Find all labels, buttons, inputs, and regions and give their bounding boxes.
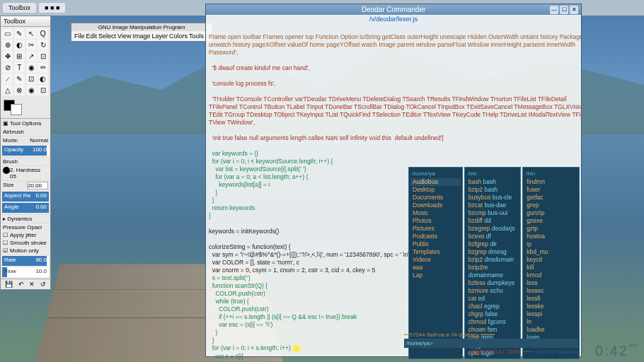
bg-color[interactable]: [11, 104, 22, 115]
file-item[interactable]: gzip: [524, 225, 577, 233]
flow-slider[interactable]: Flow10.0: [2, 267, 49, 277]
tool-button[interactable]: ▭: [2, 28, 13, 39]
file-item[interactable]: bzip2re domainname: [466, 264, 519, 279]
file-item[interactable]: bzdiff dd: [466, 217, 519, 225]
max-button[interactable]: ☐: [560, 6, 568, 14]
tool-button[interactable]: △: [2, 85, 13, 95]
tool-button[interactable]: ◉: [26, 62, 37, 73]
file-item[interactable]: grep: [524, 202, 577, 209]
file-item[interactable]: Desktop: [410, 186, 461, 194]
file-item[interactable]: ln: [524, 318, 577, 326]
menu-item[interactable]: Tools: [189, 33, 204, 40]
tool-button[interactable]: ⊗: [14, 85, 25, 95]
file-item[interactable]: chacl egrep: [466, 303, 519, 310]
menu-item[interactable]: Image: [132, 33, 150, 40]
menu-item[interactable]: Layer: [151, 33, 168, 40]
mode-select[interactable]: Normal: [30, 137, 48, 144]
file-item[interactable]: busybos bus-cle: [466, 194, 519, 202]
taskbar-app-toolbox[interactable]: Toolbox: [3, 3, 36, 13]
file-item[interactable]: bzfgrep dir: [466, 240, 519, 248]
opt-save-icon[interactable]: 💾: [5, 281, 13, 288]
file-item[interactable]: bzmore echo: [466, 287, 519, 295]
chk-motion[interactable]: ☑Motion only: [1, 247, 50, 255]
tool-button[interactable]: ✏: [38, 62, 48, 73]
file-item[interactable]: Music: [410, 209, 461, 217]
file-item[interactable]: bash bash: [466, 178, 519, 186]
file-item[interactable]: bzip2 bash: [466, 186, 519, 194]
tool-button[interactable]: Q: [38, 28, 48, 39]
tool-button[interactable]: T: [14, 62, 25, 73]
tool-button[interactable]: ◐: [14, 40, 25, 50]
file-item[interactable]: Downloads: [410, 202, 461, 209]
file-item[interactable]: lessfi: [524, 295, 577, 303]
panel1-list[interactable]: AudiobooDesktopDocumentsDownloadsMusicPh…: [410, 178, 461, 279]
file-item[interactable]: cat ed: [466, 295, 519, 303]
opt-restore-icon[interactable]: ↶: [18, 281, 24, 288]
opt-reset-icon[interactable]: ↺: [40, 281, 46, 288]
file-item[interactable]: lesspi: [524, 310, 577, 318]
tool-button[interactable]: ✂: [26, 40, 37, 50]
size-input[interactable]: [27, 182, 48, 189]
min-button[interactable]: —: [550, 6, 558, 14]
file-item[interactable]: Photos: [410, 217, 461, 225]
tool-button[interactable]: ↖: [26, 28, 37, 39]
file-item[interactable]: bzless dumpkeys: [466, 279, 519, 287]
file-item[interactable]: bzcmp bus-uui: [466, 209, 519, 217]
file-item[interactable]: kill: [524, 264, 577, 272]
file-item[interactable]: lesske: [524, 303, 577, 310]
file-item[interactable]: bzegrep deodarjs: [466, 225, 519, 233]
dynamics-select[interactable]: Pressure Opaci: [1, 223, 50, 231]
taskbar-app[interactable]: ■ ■ ■: [39, 3, 65, 13]
tool-button[interactable]: ↻: [38, 40, 48, 50]
tool-button[interactable]: ⊡: [38, 51, 48, 62]
tool-button[interactable]: ✥: [2, 51, 13, 62]
file-item[interactable]: lessec: [524, 287, 577, 295]
file-item[interactable]: getfac: [524, 194, 577, 202]
file-item[interactable]: Videos: [410, 256, 461, 264]
aspect-slider[interactable]: Aspect Ra0.00: [2, 192, 49, 202]
rate-slider[interactable]: Rate80.0: [2, 256, 49, 266]
menu-item[interactable]: Select: [98, 33, 116, 40]
brush-select[interactable]: 2. Hardness 05: [1, 165, 50, 180]
tool-button[interactable]: ✎: [14, 28, 25, 39]
tool-button[interactable]: ⊡: [26, 74, 37, 84]
panel3-list[interactable]: findmn fuser getfac grep gunzip gzexe gz…: [524, 178, 577, 341]
opt-delete-icon[interactable]: ✕: [29, 281, 35, 288]
file-item[interactable]: less: [524, 279, 577, 287]
file-item[interactable]: Public: [410, 240, 461, 248]
file-item[interactable]: Audioboo: [410, 178, 461, 186]
chk-smooth[interactable]: ☐Smooth stroke: [1, 239, 50, 247]
file-item[interactable]: Podcasts: [410, 233, 461, 240]
file-item[interactable]: bzexe df: [466, 233, 519, 240]
file-item[interactable]: chmod fgcons: [466, 318, 519, 326]
file-item[interactable]: Lap: [410, 272, 461, 279]
file-item[interactable]: fuser: [524, 186, 577, 194]
menu-item[interactable]: Colors: [169, 33, 188, 40]
tool-button[interactable]: ◐: [38, 74, 48, 84]
opacity-slider[interactable]: Opacity100.0: [2, 146, 49, 156]
menu-item[interactable]: File: [74, 33, 85, 40]
color-swatches[interactable]: [1, 97, 50, 118]
file-item[interactable]: chgrp false: [466, 310, 519, 318]
file-item[interactable]: bzcat bus-dae: [466, 202, 519, 209]
file-item[interactable]: Pictures: [410, 225, 461, 233]
tool-button[interactable]: ⊞: [14, 51, 25, 62]
tool-button[interactable]: ◉: [26, 85, 37, 95]
file-item[interactable]: findmn: [524, 178, 577, 186]
file-item[interactable]: gunzip: [524, 209, 577, 217]
tool-button[interactable]: ⟋: [2, 74, 13, 84]
file-item[interactable]: kmod: [524, 272, 577, 279]
file-item[interactable]: ip: [524, 240, 577, 248]
file-item[interactable]: bzgrep dmesg: [466, 248, 519, 256]
menu-item[interactable]: View: [117, 33, 131, 40]
tool-button[interactable]: ↗: [26, 51, 37, 62]
command-prompt[interactable]: /home/ya>: [404, 339, 578, 348]
file-item[interactable]: hostna: [524, 233, 577, 240]
tool-button[interactable]: ⊡: [38, 85, 48, 95]
tool-button[interactable]: ⊕: [2, 40, 13, 50]
file-item[interactable]: bzip2 dnsdomain: [466, 256, 519, 264]
file-item[interactable]: gzexe: [524, 217, 577, 225]
file-item[interactable]: aaa: [410, 264, 461, 272]
close-button[interactable]: ✕: [570, 6, 578, 14]
file-item[interactable]: keyctl: [524, 256, 577, 264]
